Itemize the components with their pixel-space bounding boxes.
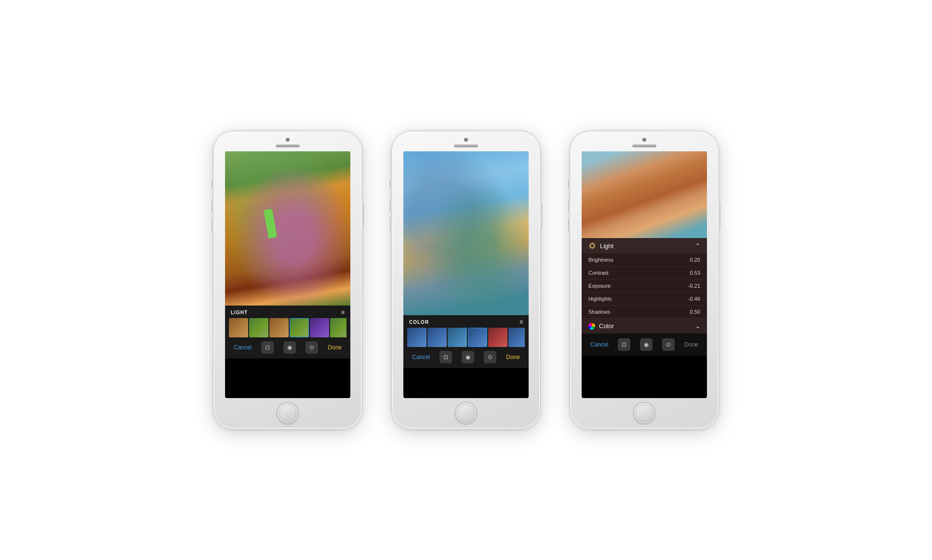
filter-label-row-2: COLOR ≡ xyxy=(407,317,525,327)
contrast-row[interactable]: Contrast 0.53 xyxy=(582,267,707,280)
crop-icon-3[interactable]: ⊡ xyxy=(618,338,630,351)
power-button-2[interactable] xyxy=(540,203,542,227)
photo-viewfinder-girl xyxy=(403,151,529,315)
home-button-inner-2 xyxy=(457,404,475,422)
iphone-top-3 xyxy=(570,131,719,147)
svg-line-5 xyxy=(590,243,591,244)
action-bar-1: Cancel ⊡ ◉ ⊙ Done xyxy=(229,338,346,357)
adjust-icon-3[interactable]: ⊙ xyxy=(662,338,675,351)
volume-up-1[interactable] xyxy=(212,199,213,212)
done-button-3: Done xyxy=(684,341,698,348)
speaker-1 xyxy=(276,145,300,147)
volume-down-3[interactable] xyxy=(568,218,570,231)
phones-container: LIGHT ≡ Cancel ⊡ ◉ ⊙ Done xyxy=(213,131,719,429)
bottom-toolbar-3: Cancel ⊡ ◉ ⊙ Done xyxy=(582,333,707,356)
photo-popsicle-girl xyxy=(225,151,350,306)
screen-2: COLOR ≡ Cancel ⊡ ◉ ⊙ Done xyxy=(403,151,529,398)
cancel-button-1[interactable]: Cancel xyxy=(234,344,252,351)
svg-line-8 xyxy=(590,248,591,249)
camera-2 xyxy=(464,138,468,142)
shadows-row[interactable]: Shadows 0.50 xyxy=(582,306,707,319)
filmstrip-item-selected[interactable] xyxy=(290,318,309,337)
filmstrip-2 xyxy=(407,327,525,348)
action-bar-3: Cancel ⊡ ◉ ⊙ Done xyxy=(586,335,703,354)
filmstrip-item[interactable] xyxy=(310,318,329,337)
iphone-2: COLOR ≡ Cancel ⊡ ◉ ⊙ Done xyxy=(391,131,541,429)
home-button-inner-1 xyxy=(279,404,296,422)
crop-icon-2[interactable]: ⊡ xyxy=(439,351,452,363)
volume-up-3[interactable] xyxy=(568,199,570,212)
power-button-3[interactable] xyxy=(719,203,720,227)
color-section-header[interactable]: Color ⌄ xyxy=(582,319,707,333)
filmstrip-item[interactable] xyxy=(269,318,289,337)
iphone-top-2 xyxy=(392,131,540,147)
filmstrip-item[interactable] xyxy=(229,318,248,337)
done-button-1[interactable]: Done xyxy=(328,344,342,351)
speaker-3 xyxy=(632,145,656,147)
mute-switch-3[interactable] xyxy=(568,179,570,189)
iphone-top-1 xyxy=(213,131,362,147)
filmstrip-item[interactable] xyxy=(488,328,507,347)
svg-line-7 xyxy=(594,243,595,244)
exposure-row[interactable]: Exposure -0.21 xyxy=(582,280,707,293)
home-button-1[interactable] xyxy=(277,402,299,424)
cancel-button-2[interactable]: Cancel xyxy=(412,354,430,360)
bottom-toolbar-1: LIGHT ≡ Cancel ⊡ ◉ ⊙ Done xyxy=(225,306,350,359)
filter-label-2: COLOR xyxy=(409,320,429,325)
filmstrip-item[interactable] xyxy=(427,328,447,347)
svg-point-0 xyxy=(590,244,594,248)
power-button-1[interactable] xyxy=(362,203,364,227)
volume-down-2[interactable] xyxy=(390,218,392,231)
volume-up-2[interactable] xyxy=(390,199,392,212)
filmstrip-item[interactable] xyxy=(330,318,346,337)
bottom-toolbar-2: COLOR ≡ Cancel ⊡ ◉ ⊙ Done xyxy=(403,315,529,368)
detail-panel: Light ⌃ Brightness 0.20 Contrast 0.53 Ex… xyxy=(582,238,707,333)
menu-icon-2[interactable]: ≡ xyxy=(519,319,523,325)
home-button-inner-3 xyxy=(636,404,653,422)
highlights-row[interactable]: Highlights -0.46 xyxy=(582,293,707,306)
home-button-2[interactable] xyxy=(455,402,477,424)
adjust-icon-1[interactable]: ⊙ xyxy=(306,341,318,354)
crop-icon-1[interactable]: ⊡ xyxy=(261,341,274,354)
brightness-row[interactable]: Brightness 0.20 xyxy=(582,253,707,267)
color-chevron-down[interactable]: ⌄ xyxy=(695,323,700,330)
camera-3 xyxy=(642,138,646,142)
done-button-2[interactable]: Done xyxy=(506,354,520,360)
menu-icon-1[interactable]: ≡ xyxy=(341,309,345,316)
mute-switch-2[interactable] xyxy=(390,179,392,189)
adjust-icon-2[interactable]: ⊙ xyxy=(484,351,496,363)
svg-line-6 xyxy=(594,248,595,249)
iphone-1: LIGHT ≡ Cancel ⊡ ◉ ⊙ Done xyxy=(213,131,362,429)
speaker-2 xyxy=(454,145,478,147)
filmstrip-item-selected[interactable] xyxy=(468,328,487,347)
filter-icon-2[interactable]: ◉ xyxy=(462,351,474,363)
light-section-header[interactable]: Light ⌃ xyxy=(582,238,707,253)
home-button-3[interactable] xyxy=(633,402,655,424)
photo-closeup-girl xyxy=(582,151,707,238)
filter-icon-1[interactable]: ◉ xyxy=(283,341,296,354)
color-section-title: Color xyxy=(588,322,614,330)
screen-3: Light ⌃ Brightness 0.20 Contrast 0.53 Ex… xyxy=(582,151,707,398)
filmstrip-item[interactable] xyxy=(249,318,268,337)
iphone-3: Light ⌃ Brightness 0.20 Contrast 0.53 Ex… xyxy=(570,131,719,429)
cancel-button-3[interactable]: Cancel xyxy=(590,341,608,348)
camera-1 xyxy=(286,138,290,142)
filmstrip-item[interactable] xyxy=(508,328,525,347)
filmstrip-1 xyxy=(229,317,346,338)
volume-down-1[interactable] xyxy=(212,218,213,231)
filmstrip-item[interactable] xyxy=(407,328,426,347)
filter-label-row-1: LIGHT ≡ xyxy=(229,307,346,317)
mute-switch-1[interactable] xyxy=(212,179,213,189)
color-wheel-icon xyxy=(588,323,595,330)
filter-icon-3[interactable]: ◉ xyxy=(640,338,652,351)
light-chevron-up[interactable]: ⌃ xyxy=(695,242,700,249)
action-bar-2: Cancel ⊡ ◉ ⊙ Done xyxy=(407,348,525,366)
filter-label-1: LIGHT xyxy=(231,310,248,315)
screen-1: LIGHT ≡ Cancel ⊡ ◉ ⊙ Done xyxy=(225,151,350,398)
sun-icon xyxy=(588,242,596,250)
filmstrip-item[interactable] xyxy=(448,328,467,347)
light-section-title: Light xyxy=(588,242,613,250)
